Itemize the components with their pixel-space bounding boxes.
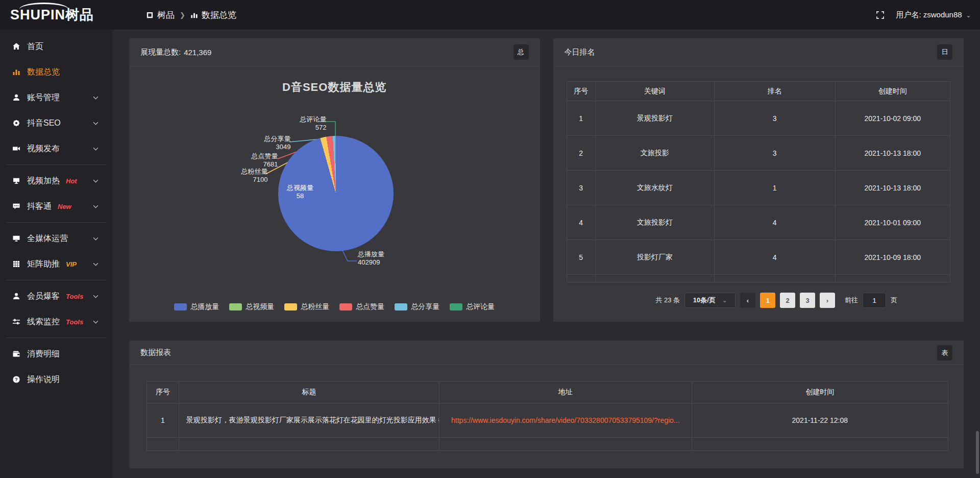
legend-item-fans[interactable]: 总粉丝量 — [284, 302, 329, 312]
pie-label-plays: 总播放量 402909 — [358, 250, 384, 267]
sidebar: 首页 数据总览 账号管理 抖音SEO 视频发布 视频加热 Hot 抖客通 New… — [0, 30, 112, 478]
page-size-select[interactable]: 10条/页 ⌄ — [684, 293, 736, 308]
impressions-total-label: 展现量总数: — [140, 47, 181, 57]
sidebar-item-media-operation[interactable]: 全媒体运营 — [0, 226, 112, 251]
sidebar-item-consumption[interactable]: 消费明细 — [0, 341, 112, 367]
video-title: 景观投影灯，夜游景观投影灯厂家展示展示落花灯在花园里的灯光投影应用效果 # — [179, 416, 439, 425]
day-view-button[interactable]: 日 — [937, 44, 952, 60]
bar-chart-icon — [190, 11, 198, 19]
grid-icon — [12, 260, 20, 268]
pagination: 共 23 条 10条/页 ⌄ ‹ 1 2 3 › 前往 页 — [655, 293, 897, 308]
chevron-down-icon — [93, 237, 99, 241]
legend-item-likes[interactable]: 总点赞量 — [339, 302, 384, 312]
username: zswodun88 — [923, 10, 962, 19]
gear-icon — [12, 119, 20, 127]
sidebar-item-data-overview[interactable]: 数据总览 — [0, 59, 112, 85]
sliders-icon — [12, 318, 20, 326]
sidebar-item-member-tools[interactable]: 会员爆客 Tools — [0, 283, 112, 309]
legend-item-comments[interactable]: 总评论量 — [450, 302, 495, 312]
today-ranking-panel: 今日排名 日 序号 关键词 排名 创建时间 — [553, 38, 964, 322]
table-view-button[interactable]: 表 — [937, 345, 952, 361]
scrollbar-thumb[interactable] — [976, 431, 979, 474]
user-menu[interactable]: 用户名: zswodun88 ⌄ — [896, 10, 971, 20]
pie-chart-area: D音SEO数据量总览 总评论量 572 总分享量 3049 — [129, 66, 540, 322]
chevron-down-icon: ⌄ — [722, 297, 727, 304]
data-report-panel: 数据报表 表 序号 标题 地址 创建时间 1 景观投影灯，夜游景观投影灯 — [129, 341, 964, 468]
chevron-down-icon — [93, 320, 99, 324]
prev-page-button[interactable]: ‹ — [740, 293, 755, 308]
sidebar-item-home[interactable]: 首页 — [0, 34, 112, 59]
sidebar-divider — [6, 222, 106, 223]
vip-badge: VIP — [66, 260, 77, 268]
chevron-down-icon — [93, 179, 99, 183]
breadcrumb-current[interactable]: 数据总览 — [190, 9, 236, 21]
user-label: 用户名: — [896, 10, 921, 19]
hot-badge: Hot — [66, 177, 77, 185]
pagination-total: 共 23 条 — [655, 296, 680, 305]
ranking-table: 序号 关键词 排名 创建时间 1景观投影灯32021-10-02 09:00 — [567, 81, 951, 282]
legend-item-plays[interactable]: 总播放量 — [174, 302, 219, 312]
video-camera-icon — [12, 145, 20, 153]
sidebar-item-account[interactable]: 账号管理 — [0, 85, 112, 110]
pie-label-likes: 总点赞量 7681 — [252, 152, 278, 169]
table-row-partial — [147, 438, 948, 451]
total-view-button[interactable]: 总 — [513, 44, 529, 60]
sidebar-divider — [6, 164, 106, 165]
breadcrumb: 树品 ❯ 数据总览 — [112, 9, 236, 21]
sidebar-item-video-publish[interactable]: 视频发布 — [0, 136, 112, 161]
legend-swatch — [395, 303, 407, 310]
sidebar-item-douyin-seo[interactable]: 抖音SEO — [0, 110, 112, 136]
legend-swatch — [339, 303, 352, 310]
pie-label-comments: 总评论量 572 — [300, 115, 327, 132]
page-button-3[interactable]: 3 — [800, 293, 815, 308]
tools-badge: Tools — [66, 318, 83, 326]
goto-page-input[interactable] — [863, 293, 886, 308]
chart-legend: 总播放量 总视频量 总粉丝量 总点赞量 总分享量 总评论量 — [129, 302, 540, 312]
home-icon — [12, 42, 20, 51]
top-header: SHUPIN树品 树品 ❯ 数据总览 用户名: zswodun88 ⌄ — [0, 0, 980, 30]
chevron-down-icon — [93, 96, 99, 100]
sidebar-item-matrix-boost[interactable]: 矩阵助推 VIP — [0, 251, 112, 277]
app-square-icon — [146, 11, 154, 19]
legend-swatch — [450, 303, 462, 310]
chevron-down-icon — [93, 147, 99, 151]
sidebar-item-douketong[interactable]: 抖客通 New — [0, 194, 112, 219]
report-table-header: 序号 标题 地址 创建时间 — [147, 381, 948, 403]
sidebar-item-video-heat[interactable]: 视频加热 Hot — [0, 168, 112, 194]
chart-title: D音SEO数据量总览 — [129, 80, 540, 95]
chat-icon — [12, 202, 20, 210]
question-icon: ? — [12, 375, 20, 384]
sidebar-item-clue-monitor[interactable]: 线索监控 Tools — [0, 309, 112, 334]
chevron-down-icon — [93, 122, 99, 125]
goto-label: 前往 — [845, 296, 858, 305]
report-table: 序号 标题 地址 创建时间 1 景观投影灯，夜游景观投影灯厂家展示展示落花灯在花… — [146, 381, 948, 451]
chevron-down-icon — [93, 205, 99, 208]
table-row: 4文旅投影灯42021-10-01 09:00 — [567, 205, 950, 240]
tools-badge: Tools — [66, 293, 83, 300]
video-link[interactable]: https://www.iesdouyin.com/share/video/70… — [439, 416, 692, 424]
tv-icon — [12, 177, 20, 185]
main-content: 抖音seo数据 全媒体运营数据 询盘数据 展现量总数: 421,369 总 D音… — [112, 0, 980, 448]
legend-swatch — [174, 303, 187, 310]
table-row-partial — [567, 275, 950, 282]
page-button-1[interactable]: 1 — [760, 293, 775, 308]
logo-arc — [19, 3, 68, 16]
ranking-panel-title: 今日排名 — [565, 47, 595, 57]
fullscreen-icon[interactable] — [876, 11, 885, 19]
page-button-2[interactable]: 2 — [780, 293, 795, 308]
svg-text:?: ? — [15, 376, 18, 382]
table-row: 2文旅投影32021-10-13 18:00 — [567, 136, 950, 171]
legend-item-videos[interactable]: 总视频量 — [229, 302, 274, 312]
next-page-button[interactable]: › — [820, 293, 835, 308]
legend-item-shares[interactable]: 总分享量 — [395, 302, 439, 312]
table-row: 1景观投影灯32021-10-02 09:00 — [567, 101, 950, 136]
breadcrumb-root[interactable]: 树品 — [146, 9, 175, 21]
new-badge: New — [58, 203, 71, 210]
pie-label-fans: 总粉丝量 7100 — [241, 168, 268, 184]
bar-chart-icon — [12, 68, 20, 76]
sidebar-divider — [6, 280, 106, 280]
legend-swatch — [284, 303, 297, 310]
sidebar-item-help[interactable]: ? 操作说明 — [0, 367, 112, 392]
user-icon — [12, 93, 20, 102]
chevron-down-icon — [93, 262, 99, 266]
